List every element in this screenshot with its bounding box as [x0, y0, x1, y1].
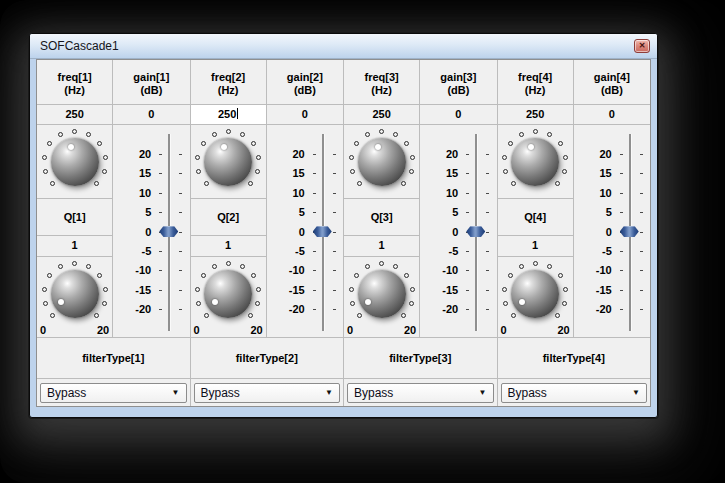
q-label: Q[4]	[498, 199, 573, 236]
filter-type-value: Bypass	[508, 386, 547, 400]
q-knob[interactable]	[192, 258, 264, 330]
slider-tick-mark	[640, 232, 643, 233]
slider-tick-mark	[313, 309, 316, 310]
gain-value: 0	[302, 108, 308, 120]
freq-header: freq[3] (Hz)	[344, 60, 419, 105]
q-value-field[interactable]: 1	[191, 236, 266, 257]
freq-column: freq[3] (Hz) 250 Q[3] 1	[344, 60, 420, 337]
gain-slider[interactable]: 20151050-5-10-15-20	[420, 125, 496, 337]
freq-value-field[interactable]: 250	[37, 105, 112, 125]
freq-header: freq[2] (Hz)	[191, 60, 266, 105]
slider-tick-mark	[640, 193, 643, 194]
slider-tick-mark	[620, 251, 623, 252]
slider-thumb[interactable]	[313, 226, 332, 237]
freq-knob[interactable]	[39, 126, 111, 198]
slider-tick-mark	[159, 290, 162, 291]
q-max-label: 20	[558, 324, 570, 336]
filter-channel: freq[3] (Hz) 250 Q[3] 1	[343, 60, 497, 406]
slider-tick-mark	[159, 309, 162, 310]
q-knob[interactable]	[346, 258, 418, 330]
gain-column: gain[1] (dB) 0 20151050-5-10-15-20	[113, 60, 189, 337]
slider-tick-mark	[313, 212, 316, 213]
q-value-field[interactable]: 1	[37, 236, 112, 257]
knob-tick-mark	[204, 181, 209, 186]
q-knob[interactable]	[499, 258, 571, 330]
freq-knob[interactable]	[346, 126, 418, 198]
q-value-field[interactable]: 1	[344, 236, 419, 257]
q-label: Q[3]	[344, 199, 419, 236]
knob-face	[51, 138, 99, 186]
freq-knob[interactable]	[192, 126, 264, 198]
knob-tick-mark	[43, 301, 48, 306]
knob-tick-mark	[256, 155, 261, 160]
slider-tick-label: -20	[420, 303, 458, 315]
knob-tick-mark	[94, 313, 99, 318]
q-knob-cell: 0 20	[344, 257, 419, 337]
knob-tick-mark	[201, 141, 206, 146]
gain-slider[interactable]: 20151050-5-10-15-20	[267, 125, 343, 337]
freq-header: freq[1] (Hz)	[37, 60, 112, 105]
filter-type-dropdown[interactable]: Bypass ▼	[194, 383, 341, 403]
freq-column: freq[2] (Hz) 250 Q[2] 1	[191, 60, 267, 337]
freq-value-field[interactable]: 250	[191, 105, 266, 125]
freq-value: 250	[372, 108, 390, 120]
knob-tick-mark	[102, 301, 107, 306]
gain-slider[interactable]: 20151050-5-10-15-20	[113, 125, 189, 337]
slider-tick-mark	[179, 251, 182, 252]
knob-tick-mark	[201, 273, 206, 278]
gain-label: gain[3]	[420, 71, 496, 84]
knob-tick-mark	[558, 141, 563, 146]
slider-thumb[interactable]	[620, 226, 639, 237]
slider-tick-mark	[333, 154, 336, 155]
knob-tick-mark	[50, 313, 55, 318]
gain-unit-label: (dB)	[420, 84, 496, 97]
slider-thumb[interactable]	[466, 226, 485, 237]
q-knob-cell: 0 20	[191, 257, 266, 337]
gain-label: gain[4]	[574, 71, 650, 84]
title-bar[interactable]: SOFCascade1 ✕	[30, 34, 657, 59]
slider-tick-mark	[179, 173, 182, 174]
filter-type-dropdown[interactable]: Bypass ▼	[40, 383, 187, 403]
filter-type-value: Bypass	[201, 386, 240, 400]
slider-tick-mark	[313, 173, 316, 174]
close-button[interactable]: ✕	[634, 39, 650, 53]
filter-channel: freq[4] (Hz) 250 Q[4] 1	[497, 60, 651, 406]
q-knob[interactable]	[39, 258, 111, 330]
gain-value-field[interactable]: 0	[267, 105, 343, 125]
freq-label: freq[2]	[191, 71, 266, 84]
gain-value-field[interactable]: 0	[574, 105, 650, 125]
knob-tick-mark	[97, 141, 102, 146]
knob-tick-mark	[102, 169, 107, 174]
freq-value-field[interactable]: 250	[344, 105, 419, 125]
slider-tick-label: 15	[267, 167, 305, 179]
gain-value-field[interactable]: 0	[113, 105, 189, 125]
gain-value-field[interactable]: 0	[420, 105, 496, 125]
q-knob-cell: 0 20	[37, 257, 112, 337]
knob-tick-mark	[195, 155, 200, 160]
filter-type-dropdown[interactable]: Bypass ▼	[347, 383, 494, 403]
knob-tick-mark	[58, 132, 63, 137]
knob-tick-mark	[508, 273, 513, 278]
slider-tick-mark	[159, 154, 162, 155]
knob-tick-mark	[409, 169, 414, 174]
freq-header: freq[4] (Hz)	[498, 60, 573, 105]
q-value: 1	[532, 239, 538, 251]
knob-tick-mark	[42, 287, 47, 292]
freq-value-field[interactable]: 250	[498, 105, 573, 125]
knob-face	[204, 138, 252, 186]
slider-tick-label: -20	[267, 303, 305, 315]
knob-tick-mark	[502, 155, 507, 160]
gain-slider[interactable]: 20151050-5-10-15-20	[574, 125, 650, 337]
q-value-field[interactable]: 1	[498, 236, 573, 257]
q-value: 1	[72, 239, 78, 251]
slider-tick-mark	[333, 212, 336, 213]
channel-controls: freq[1] (Hz) 250 Q[1] 1	[37, 60, 190, 337]
slider-thumb[interactable]	[159, 226, 178, 237]
filter-type-dropdown[interactable]: Bypass ▼	[501, 383, 648, 403]
freq-value: 250	[526, 108, 544, 120]
knob-tick-mark	[251, 273, 256, 278]
freq-knob[interactable]	[499, 126, 571, 198]
slider-tick-label: 20	[113, 148, 151, 160]
filter-type-row: Bypass ▼	[191, 379, 344, 406]
slider-tick-mark	[333, 290, 336, 291]
